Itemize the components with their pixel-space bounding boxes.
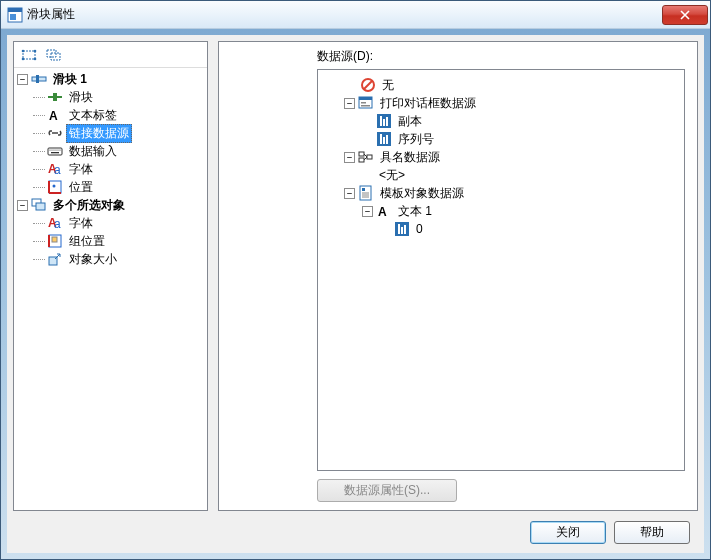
svg-line-39 [364,81,372,89]
tree-item-textlabel[interactable]: A文本标签 [30,106,207,124]
text-a-icon: A [47,107,63,123]
help-button[interactable]: 帮助 [614,521,690,544]
left-panel: − 滑块 1 滑块 A文本标签 链接数据源 数据输入 Aa字体 位置 [13,41,208,511]
tree-label: 位置 [66,178,96,197]
window: 滑块属性 [0,0,711,560]
tree-item-link-datasource[interactable]: 链接数据源 [30,124,207,142]
ds-label: 无 [379,76,397,95]
named-ds-icon [358,149,374,165]
nav-tree[interactable]: − 滑块 1 滑块 A文本标签 链接数据源 数据输入 Aa字体 位置 [14,68,207,510]
tree-label: 组位置 [66,232,108,251]
tree-label: 字体 [66,160,96,179]
ds-label: 模板对象数据源 [377,184,467,203]
data-icon [376,131,392,147]
svg-point-6 [22,58,25,61]
ds-group-template[interactable]: −模板对象数据源 [320,184,682,202]
ds-label: 0 [413,221,426,237]
svg-rect-46 [383,119,385,126]
ds-item-text1-0[interactable]: 0 [320,220,682,238]
close-dialog-button[interactable]: 关闭 [530,521,606,544]
client-area: − 滑块 1 滑块 A文本标签 链接数据源 数据输入 Aa字体 位置 [7,35,704,553]
ds-group-named[interactable]: −具名数据源 [320,148,682,166]
tree-item-slider[interactable]: 滑块 [30,88,207,106]
titlebar: 滑块属性 [1,1,710,29]
tree-item-font[interactable]: Aa字体 [30,160,207,178]
tree-label: 文本标签 [66,106,120,125]
tree-group-multisel[interactable]: − 多个所选对象 [14,196,207,214]
ds-item-text1[interactable]: −A文本 1 [320,202,682,220]
collapse-icon[interactable]: − [344,98,355,109]
svg-rect-56 [362,188,365,191]
ds-item-serial[interactable]: 序列号 [320,130,682,148]
tree-label: 对象大小 [66,250,120,269]
tree-item-obj-size[interactable]: 对象大小 [30,250,207,268]
collapse-icon[interactable]: − [344,188,355,199]
svg-point-17 [49,149,50,150]
multisel-icon [31,197,47,213]
tree-label: 链接数据源 [66,124,132,143]
group-pos-icon [47,233,63,249]
svg-rect-13 [53,93,57,101]
collapse-icon[interactable]: − [17,200,28,211]
svg-rect-2 [10,14,16,20]
ds-label: 文本 1 [395,202,435,221]
ds-group-printdlg[interactable]: −打印对话框数据源 [320,94,682,112]
svg-rect-62 [398,224,400,234]
svg-point-19 [53,149,54,150]
svg-rect-1 [8,8,22,12]
svg-point-20 [55,149,56,150]
ds-label: <无> [376,166,408,185]
svg-point-22 [59,149,60,150]
slider1-icon [31,71,47,87]
footer: 关闭 帮助 [7,511,704,553]
ds-label: 具名数据源 [377,148,443,167]
data-icon [394,221,410,237]
template-icon [358,185,374,201]
datasource-tree[interactable]: 无 −打印对话框数据源 副本 序列号 −具名数据源 [317,69,685,471]
collapse-icon[interactable]: − [17,74,28,85]
tree-item-group-pos[interactable]: 组位置 [30,232,207,250]
tree-group-slider1[interactable]: − 滑块 1 [14,70,207,88]
ds-item-none-sub[interactable]: <无> [320,166,682,184]
svg-rect-15 [48,148,62,155]
tree-label: 多个所选对象 [50,196,128,215]
close-button[interactable] [662,5,708,25]
svg-rect-47 [386,117,388,126]
prop-button-row: 数据源属性(S)... [317,479,685,502]
svg-rect-49 [380,134,382,144]
dialog-icon [358,95,374,111]
size-icon [47,251,63,267]
svg-rect-53 [359,158,364,162]
datasource-props-button: 数据源属性(S)... [317,479,457,502]
svg-rect-54 [367,155,372,159]
position-icon [47,179,63,195]
tree-item-position[interactable]: 位置 [30,178,207,196]
svg-rect-36 [52,237,57,242]
datasource-label: 数据源(D): [227,48,689,65]
text-a-icon: A [376,203,392,219]
svg-point-7 [34,58,37,61]
svg-rect-23 [51,152,59,153]
collapse-icon[interactable]: − [362,206,373,217]
ds-item-copy[interactable]: 副本 [320,112,682,130]
svg-rect-43 [361,105,370,107]
svg-rect-11 [36,75,39,83]
svg-rect-45 [380,116,382,126]
svg-text:A: A [49,109,58,123]
tree-item-font2[interactable]: Aa字体 [30,214,207,232]
tree-label: 数据输入 [66,142,120,161]
app-icon [7,7,23,23]
tree-label: 滑块 1 [50,70,90,89]
collapse-icon[interactable]: − [344,152,355,163]
select-multi-icon[interactable] [43,45,65,65]
tree-item-data-input[interactable]: 数据输入 [30,142,207,160]
svg-rect-50 [383,137,385,144]
svg-point-29 [53,185,56,188]
svg-text:A: A [378,205,387,219]
ds-item-none[interactable]: 无 [320,76,682,94]
svg-point-4 [22,50,25,53]
svg-rect-42 [361,102,366,104]
tree-label: 字体 [66,214,96,233]
left-toolbar [14,42,207,68]
select-single-icon[interactable] [18,45,40,65]
